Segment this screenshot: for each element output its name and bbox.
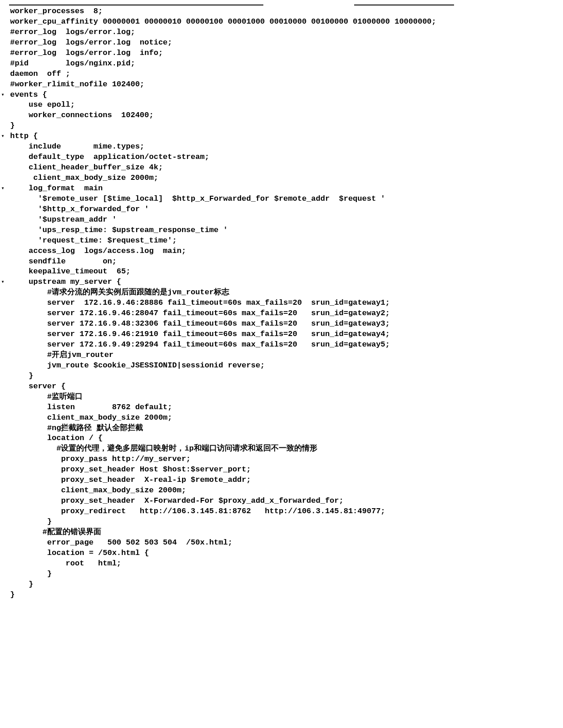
code-line: #请求分流的网关实例后面跟随的是jvm_router标志	[0, 287, 563, 298]
code-text: worker_processes 8;	[5, 6, 563, 17]
fold-toggle-icon[interactable]: ▾	[0, 90, 5, 100]
code-line: #pid logs/nginx.pid;	[0, 59, 563, 69]
code-line: server 172.16.9.48:32306 fail_timeout=60…	[0, 319, 563, 329]
code-text: include mime.types;	[5, 142, 563, 152]
code-line: ▾ http {	[0, 131, 563, 142]
fold-toggle-icon[interactable]: ▾	[0, 277, 5, 287]
code-line: server 172.16.9.49:29294 fail_timeout=60…	[0, 340, 563, 350]
code-line: worker_cpu_affinity 00000001 00000010 00…	[0, 17, 563, 27]
code-text: #请求分流的网关实例后面跟随的是jvm_router标志	[5, 287, 563, 298]
code-text: '$http_x_forwarded_for '	[5, 204, 563, 215]
code-line: client_max_body_size 2000m;	[0, 173, 563, 183]
code-text: 'request_time: $request_time';	[5, 236, 563, 246]
code-text: client_max_body_size 2000m;	[5, 173, 563, 183]
code-text: error_page 500 502 503 504 /50x.html;	[5, 538, 563, 548]
code-line: client_header_buffer_size 4k;	[0, 163, 563, 173]
code-line: '$upstream_addr '	[0, 215, 563, 225]
code-text: #配置的错误界面	[5, 527, 563, 538]
code-line: }	[0, 121, 563, 131]
code-text: #error_log logs/error.log info;	[5, 48, 563, 59]
code-line: '$http_x_forwarded_for '	[0, 204, 563, 215]
code-text: #ng拦截路径 默认全部拦截	[5, 423, 563, 434]
code-text: server 172.16.9.49:29294 fail_timeout=60…	[5, 340, 563, 350]
code-text: #开启jvm_router	[5, 350, 563, 361]
fold-toggle-icon[interactable]: ▾	[0, 183, 5, 193]
code-text: #error_log logs/error.log notice;	[5, 38, 563, 48]
code-text: jvm_route $cookie_JSESSIONID|sessionid r…	[5, 361, 563, 371]
code-line: server 172.16.9.46:21910 fail_timeout=60…	[0, 329, 563, 340]
code-line: use epoll;	[0, 100, 563, 110]
code-line: #ng拦截路径 默认全部拦截	[0, 423, 563, 434]
code-text: daemon off ;	[5, 69, 563, 79]
code-line: #设置的代理，避免多层端口映射时，ip和端口访问请求和返回不一致的情形	[0, 444, 563, 454]
code-text: location / {	[5, 433, 563, 444]
code-text: events {	[5, 90, 563, 100]
code-line: ▾ upstream my_server {	[0, 277, 563, 287]
code-line: proxy_redirect http://106.3.145.81:8762 …	[0, 506, 563, 517]
code-text: server {	[5, 381, 563, 392]
code-text: '$remote_user [$time_local] $http_x_Forw…	[5, 194, 563, 204]
code-line: #worker_rlimit_nofile 102400;	[0, 79, 563, 90]
code-line: proxy_pass http://my_server;	[0, 454, 563, 465]
code-text: client_max_body_size 2000m;	[5, 485, 563, 496]
code-line: #配置的错误界面	[0, 527, 563, 538]
code-text: }	[5, 121, 563, 131]
code-line: }	[0, 371, 563, 381]
code-text: client_header_buffer_size 4k;	[5, 163, 563, 173]
fold-toggle-icon[interactable]: ▾	[0, 131, 5, 141]
code-text: 'ups_resp_time: $upstream_response_time …	[5, 225, 563, 236]
code-line: listen 8762 default;	[0, 402, 563, 413]
code-text: keepalive_timeout 65;	[5, 267, 563, 277]
code-text: client_max_body_size 2000m;	[5, 413, 563, 423]
code-line: worker_connections 102400;	[0, 110, 563, 121]
code-line: client_max_body_size 2000m;	[0, 413, 563, 423]
code-line: }	[0, 590, 563, 600]
code-line: jvm_route $cookie_JSESSIONID|sessionid r…	[0, 361, 563, 371]
code-line: location / {	[0, 433, 563, 444]
code-line: proxy_set_header X-Forwarded-For $proxy_…	[0, 496, 563, 506]
code-text: server 172.16.9.46:28047 fail_timeout=60…	[5, 308, 563, 319]
code-line: root html;	[0, 559, 563, 569]
code-text: log_format main	[5, 183, 563, 194]
code-text: sendfile on;	[5, 257, 563, 267]
code-text: }	[5, 579, 563, 590]
code-line: 'request_time: $request_time';	[0, 236, 563, 246]
code-line: server {	[0, 381, 563, 392]
code-text: proxy_pass http://my_server;	[5, 454, 563, 465]
code-line: location = /50x.html {	[0, 548, 563, 559]
code-text: default_type application/octet-stream;	[5, 152, 563, 163]
code-text: worker_cpu_affinity 00000001 00000010 00…	[5, 17, 563, 27]
code-line: worker_processes 8;	[0, 6, 563, 17]
code-line: client_max_body_size 2000m;	[0, 485, 563, 496]
code-line: #error_log logs/error.log info;	[0, 48, 563, 59]
code-text: proxy_set_header Host $host:$server_port…	[5, 465, 563, 475]
code-text: }	[5, 569, 563, 579]
code-line: access_log logs/access.log main;	[0, 246, 563, 257]
code-text: proxy_redirect http://106.3.145.81:8762 …	[5, 506, 563, 517]
code-line: ▾ events {	[0, 90, 563, 100]
code-line: #监听端口	[0, 392, 563, 402]
code-text: server 172.16.9.46:28886 fail_timeout=60…	[5, 298, 563, 308]
code-text: proxy_set_header X-real-ip $remote_addr;	[5, 475, 563, 485]
code-text: location = /50x.html {	[5, 548, 563, 559]
code-text: use epoll;	[5, 100, 563, 110]
code-line: ▾ log_format main	[0, 183, 563, 194]
code-text: server 172.16.9.46:21910 fail_timeout=60…	[5, 329, 563, 340]
code-line: proxy_set_header X-real-ip $remote_addr;	[0, 475, 563, 485]
code-text: root html;	[5, 559, 563, 569]
code-text: http {	[5, 131, 563, 142]
code-line: include mime.types;	[0, 142, 563, 152]
code-line: server 172.16.9.46:28886 fail_timeout=60…	[0, 298, 563, 308]
code-line: server 172.16.9.46:28047 fail_timeout=60…	[0, 308, 563, 319]
code-text: #worker_rlimit_nofile 102400;	[5, 79, 563, 90]
code-line: sendfile on;	[0, 257, 563, 267]
code-text: worker_connections 102400;	[5, 110, 563, 121]
code-text: #设置的代理，避免多层端口映射时，ip和端口访问请求和返回不一致的情形	[5, 444, 563, 454]
code-line: #开启jvm_router	[0, 350, 563, 361]
code-line: #error_log logs/error.log;	[0, 27, 563, 38]
code-text: access_log logs/access.log main;	[5, 246, 563, 257]
code-text: proxy_set_header X-Forwarded-For $proxy_…	[5, 496, 563, 506]
code-line: #error_log logs/error.log notice;	[0, 38, 563, 48]
code-text: }	[5, 590, 563, 600]
code-text: upstream my_server {	[5, 277, 563, 287]
